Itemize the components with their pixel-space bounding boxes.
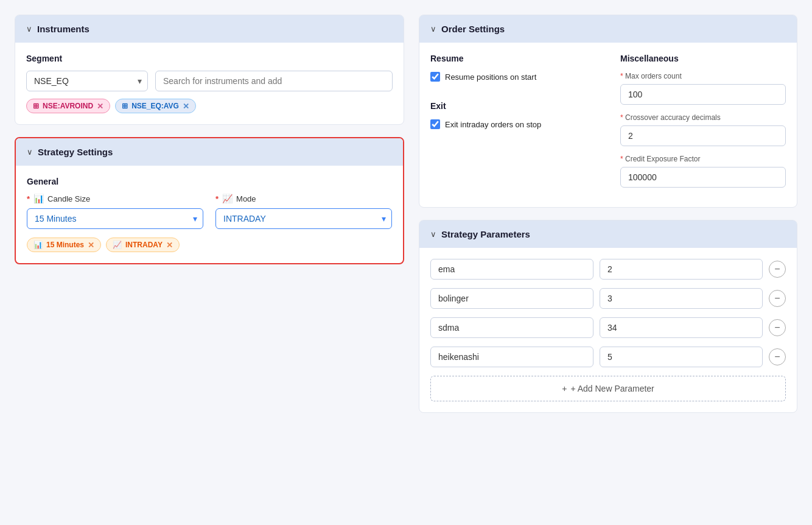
strategy-parameters-title: Strategy Parameters — [441, 229, 530, 239]
order-settings-card: ∨ Order Settings Resume Resume positions… — [419, 15, 797, 208]
instrument-tag-avroind: ⊞ NSE:AVROIND ✕ — [26, 99, 110, 113]
strategy-parameters-card: ∨ Strategy Parameters − − — [419, 220, 797, 413]
tag-label: NSE:AVROIND — [43, 102, 93, 110]
instrument-tag-avg: ⊞ NSE_EQ:AVG ✕ — [115, 99, 196, 113]
crossover-group: * Crossover accuracy decimals — [620, 113, 786, 146]
candle-tag-icon: 📊 — [33, 241, 43, 249]
max-orders-group: * Max orders count — [620, 72, 786, 105]
strategy-parameters-body: − − − − — [419, 248, 797, 412]
credit-label: * Credit Exposure Factor — [620, 155, 786, 163]
segment-label: Segment — [26, 54, 393, 63]
segment-select[interactable]: NSE_EQ NSE_FO BSE_EQ — [26, 71, 148, 91]
strategy-tag-candle: 📊 15 Minutes ✕ — [27, 238, 101, 252]
param-value-sdma[interactable] — [600, 317, 763, 338]
resume-checkbox-row: Resume positions on start — [430, 72, 596, 82]
instrument-search-input[interactable] — [155, 71, 393, 91]
add-param-label: + Add New Parameter — [570, 384, 654, 393]
order-col-right: Miscellaneous * Max orders count * Cross… — [620, 54, 786, 196]
tag-label-2: NSE_EQ:AVG — [131, 102, 179, 110]
strategy-tag-mode: 📈 INTRADAY ✕ — [106, 238, 180, 252]
mode-dropdown-wrapper: INTRADAY POSITIONAL SWING — [215, 208, 392, 229]
candle-size-field-group: * 📊 Candle Size 15 Minutes 1 Minute 5 Mi… — [27, 194, 203, 229]
plus-icon: + — [562, 384, 567, 393]
remove-param-sdma-button[interactable]: − — [769, 319, 786, 336]
candle-size-select[interactable]: 15 Minutes 1 Minute 5 Minutes 30 Minutes… — [27, 208, 203, 229]
strategy-params-collapse-icon[interactable]: ∨ — [430, 230, 436, 239]
mode-chart-icon: 📈 — [222, 194, 233, 203]
order-settings-header: ∨ Order Settings — [419, 15, 797, 43]
candle-size-dropdown-wrapper: 15 Minutes 1 Minute 5 Minutes 30 Minutes… — [27, 208, 203, 229]
credit-group: * Credit Exposure Factor — [620, 155, 786, 188]
mode-text: Mode — [236, 194, 256, 203]
resume-checkbox-label: Resume positions on start — [445, 72, 536, 82]
candle-tag-label: 15 Minutes — [46, 241, 84, 249]
strategy-parameters-header: ∨ Strategy Parameters — [419, 220, 797, 248]
instruments-body: Segment NSE_EQ NSE_FO BSE_EQ ⊞ NSE:AV — [15, 43, 404, 124]
exit-checkbox[interactable] — [430, 119, 440, 129]
exit-section-label: Exit — [430, 101, 596, 111]
param-key-ema[interactable] — [430, 259, 593, 280]
mode-tag-icon: 📈 — [113, 241, 122, 249]
exit-checkbox-row: Exit intraday orders on stop — [430, 119, 596, 129]
strategy-settings-card: ∨ Strategy Settings General * 📊 Candle S… — [15, 137, 404, 264]
max-orders-label: * Max orders count — [620, 72, 786, 80]
param-value-bolinger[interactable] — [600, 288, 763, 309]
instruments-title: Instruments — [37, 24, 89, 34]
order-settings-title: Order Settings — [441, 24, 505, 34]
param-value-heikenashi[interactable] — [600, 347, 763, 367]
remove-param-ema-button[interactable]: − — [769, 261, 786, 278]
mode-select[interactable]: INTRADAY POSITIONAL SWING — [215, 208, 392, 229]
strategy-settings-body: General * 📊 Candle Size 15 Minutes 1 Min — [16, 166, 403, 263]
strategy-tags: 📊 15 Minutes ✕ 📈 INTRADAY ✕ — [27, 238, 392, 252]
order-settings-body: Resume Resume positions on start Exit Ex… — [419, 43, 797, 207]
param-row-ema: − — [430, 259, 786, 280]
remove-param-bolinger-button[interactable]: − — [769, 290, 786, 307]
param-key-bolinger[interactable] — [430, 288, 593, 309]
mode-label: * 📈 Mode — [215, 194, 392, 203]
tag-network-icon: ⊞ — [33, 102, 39, 110]
instruments-tags: ⊞ NSE:AVROIND ✕ ⊞ NSE_EQ:AVG ✕ — [26, 99, 393, 113]
max-orders-input[interactable] — [620, 84, 786, 105]
remove-avg-button[interactable]: ✕ — [183, 102, 189, 110]
exit-checkbox-label: Exit intraday orders on stop — [445, 120, 541, 129]
order-settings-collapse-icon[interactable]: ∨ — [430, 24, 436, 33]
strategy-settings-header: ∨ Strategy Settings — [16, 138, 403, 166]
remove-mode-tag-button[interactable]: ✕ — [166, 241, 173, 249]
segment-select-wrapper: NSE_EQ NSE_FO BSE_EQ — [26, 71, 148, 91]
remove-candle-tag-button[interactable]: ✕ — [88, 241, 94, 249]
param-row-bolinger: − — [430, 288, 786, 309]
credit-input[interactable] — [620, 167, 786, 188]
order-col-left: Resume Resume positions on start Exit Ex… — [430, 54, 596, 196]
segment-row: NSE_EQ NSE_FO BSE_EQ — [26, 71, 393, 91]
misc-section-label: Miscellaneous — [620, 54, 786, 63]
strategy-fields-row: * 📊 Candle Size 15 Minutes 1 Minute 5 Mi… — [27, 194, 392, 229]
param-key-sdma[interactable] — [430, 317, 593, 338]
param-row-sdma: − — [430, 317, 786, 338]
crossover-label: * Crossover accuracy decimals — [620, 113, 786, 122]
instruments-header: ∨ Instruments — [15, 15, 404, 43]
candle-size-chart-icon: 📊 — [33, 194, 44, 203]
instruments-card: ∨ Instruments Segment NSE_EQ NSE_FO BSE_… — [15, 15, 404, 125]
candle-size-text: Candle Size — [47, 194, 90, 203]
candle-size-label: * 📊 Candle Size — [27, 194, 203, 203]
strategy-collapse-icon[interactable]: ∨ — [27, 147, 33, 157]
tag-network-icon-2: ⊞ — [122, 102, 128, 110]
remove-avroind-button[interactable]: ✕ — [97, 102, 103, 110]
param-key-heikenashi[interactable] — [430, 347, 593, 367]
mode-tag-label: INTRADAY — [125, 241, 163, 249]
param-value-ema[interactable] — [600, 259, 763, 280]
crossover-input[interactable] — [620, 125, 786, 146]
general-label: General — [27, 177, 392, 186]
instruments-collapse-icon[interactable]: ∨ — [26, 24, 32, 33]
resume-section-label: Resume — [430, 54, 596, 63]
mode-field-group: * 📈 Mode INTRADAY POSITIONAL SWING — [215, 194, 392, 229]
remove-param-heikenashi-button[interactable]: − — [769, 348, 786, 365]
param-row-heikenashi: − — [430, 347, 786, 367]
resume-checkbox[interactable] — [430, 72, 440, 82]
add-new-parameter-button[interactable]: + + Add New Parameter — [430, 376, 786, 401]
strategy-settings-title: Strategy Settings — [38, 147, 113, 157]
